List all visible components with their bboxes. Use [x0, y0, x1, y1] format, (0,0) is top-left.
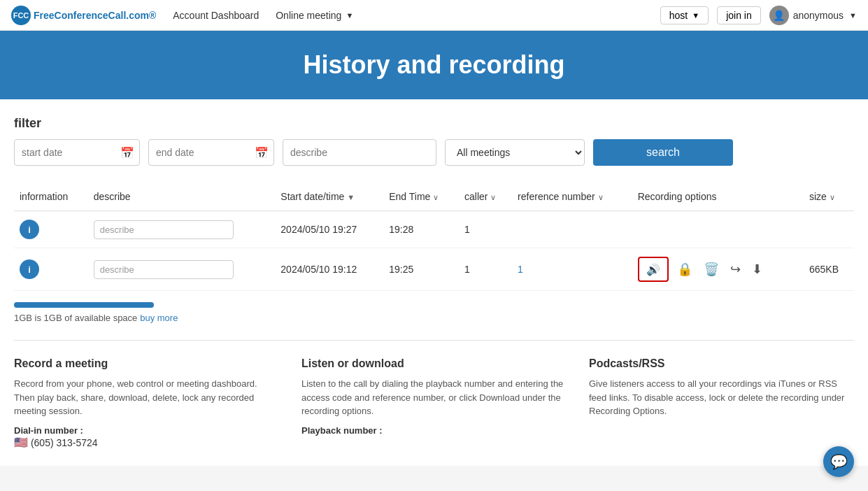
main-content: filter 📅 📅 All meetings With recording W… [0, 99, 868, 466]
search-button[interactable]: search [593, 139, 733, 166]
describe-field[interactable] [94, 220, 234, 239]
recording-actions: 🔊 🔒 🗑️ ↪ ⬇ [638, 257, 798, 282]
filter-row: 📅 📅 All meetings With recording Without … [14, 139, 854, 166]
delete-icon[interactable]: 🗑️ [701, 259, 722, 280]
footer-sections: Record a meeting Record from your phone,… [14, 340, 854, 449]
col-caller[interactable]: caller ∨ [459, 183, 512, 211]
table-row: i2024/05/10 19:2719:281 [14, 211, 854, 248]
page-header: History and recording [0, 31, 868, 99]
podcasts-rss-title: Podcasts/RSS [589, 357, 854, 370]
dial-in-phone: (605) 313-5724 [31, 437, 98, 448]
dial-in-number: 🇺🇸 (605) 313-5724 [14, 436, 279, 449]
section-record-meeting: Record a meeting Record from your phone,… [14, 357, 279, 449]
navbar-right: host ▼ join in 👤 anonymous ▼ [660, 6, 857, 25]
end-date-calendar-icon[interactable]: 📅 [255, 146, 269, 159]
sort-icon-ref: ∨ [598, 193, 604, 201]
storage-text: 1GB is 1GB of available space [14, 313, 137, 323]
download-icon[interactable]: ⬇ [749, 259, 765, 280]
col-size[interactable]: size ∨ [804, 183, 854, 211]
filter-section: filter 📅 📅 All meetings With recording W… [14, 116, 854, 166]
table-body: i2024/05/10 19:2719:281i2024/05/10 19:12… [14, 211, 854, 291]
online-meeting-chevron-icon: ▼ [346, 11, 353, 20]
cell-end-time: 19:25 [383, 248, 459, 291]
logo-icon: FCC [11, 6, 31, 25]
playback-label: Playback number : [301, 425, 567, 436]
info-button[interactable]: i [20, 220, 39, 239]
col-end-time[interactable]: End Time ∨ [383, 183, 459, 211]
chat-icon: 💬 [830, 453, 848, 466]
table-header: information describe Start date/time ▼ E… [14, 183, 854, 211]
sort-icon-caller: ∨ [490, 193, 496, 201]
info-button[interactable]: i [20, 259, 39, 279]
nav-links: Account Dashboard Online meeting ▼ [173, 10, 660, 21]
podcasts-rss-desc: Give listeners access to all your record… [589, 377, 854, 418]
cell-caller: 1 [459, 211, 512, 248]
join-button[interactable]: join in [717, 6, 761, 24]
section-listen-download: Listen or download Listen to the call by… [301, 357, 567, 449]
describe-input[interactable] [283, 139, 436, 166]
buy-more-link[interactable]: buy more [140, 313, 178, 323]
reference-link[interactable]: 1 [518, 264, 523, 275]
describe-field[interactable] [94, 260, 234, 279]
cell-caller: 1 [459, 248, 512, 291]
storage-section: 1GB is 1GB of available space buy more [14, 302, 854, 323]
lock-icon[interactable]: 🔒 [674, 259, 695, 280]
flag-icon: 🇺🇸 [14, 436, 28, 448]
share-icon[interactable]: ↪ [727, 259, 744, 280]
username: anonymous [793, 10, 844, 21]
cell-start-datetime: 2024/05/10 19:12 [275, 248, 383, 291]
logo-text: FreeConferenceCall.com® [34, 10, 156, 21]
logo[interactable]: FCC FreeConferenceCall.com® [11, 6, 156, 25]
host-chevron-icon: ▼ [692, 11, 699, 20]
cell-size [804, 211, 854, 248]
listen-download-desc: Listen to the call by dialing the playba… [301, 377, 567, 418]
record-meeting-title: Record a meeting [14, 357, 279, 370]
avatar: 👤 [769, 6, 789, 25]
end-date-wrap: 📅 [148, 139, 274, 166]
col-reference-number[interactable]: reference number ∨ [512, 183, 632, 211]
record-meeting-desc: Record from your phone, web control or m… [14, 377, 279, 418]
storage-bar-fill [14, 302, 154, 308]
sort-icon-start: ▼ [347, 193, 355, 201]
cell-start-datetime: 2024/05/10 19:27 [275, 211, 383, 248]
cell-reference-number [512, 211, 632, 248]
table-row: i2024/05/10 19:1219:2511 🔊 🔒 🗑️ ↪ ⬇ 665K… [14, 248, 854, 291]
page-title: History and recording [0, 50, 868, 80]
listen-download-title: Listen or download [301, 357, 567, 370]
cell-reference-number[interactable]: 1 [512, 248, 632, 291]
cell-size: 665KB [804, 248, 854, 291]
cell-recording-options [632, 211, 804, 248]
col-information: information [14, 183, 88, 211]
nav-online-meeting[interactable]: Online meeting ▼ [276, 10, 353, 21]
start-date-calendar-icon[interactable]: 📅 [120, 146, 134, 159]
cell-recording-options: 🔊 🔒 🗑️ ↪ ⬇ [632, 248, 804, 291]
sort-icon-end: ∨ [433, 193, 439, 201]
play-button[interactable]: 🔊 [638, 257, 669, 282]
sort-icon-size: ∨ [830, 193, 835, 201]
navbar: FCC FreeConferenceCall.com® Account Dash… [0, 0, 868, 31]
section-podcasts-rss: Podcasts/RSS Give listeners access to al… [589, 357, 854, 449]
cell-end-time: 19:28 [383, 211, 459, 248]
nav-account-dashboard[interactable]: Account Dashboard [173, 10, 259, 21]
filter-title: filter [14, 116, 854, 131]
col-recording-options: Recording options [632, 183, 804, 211]
user-menu[interactable]: 👤 anonymous ▼ [769, 6, 857, 25]
host-button[interactable]: host ▼ [660, 6, 709, 24]
col-describe: describe [88, 183, 276, 211]
start-date-wrap: 📅 [14, 139, 140, 166]
col-start-datetime[interactable]: Start date/time ▼ [275, 183, 383, 211]
meeting-type-select[interactable]: All meetings With recording Without reco… [445, 139, 585, 166]
describe-wrap [283, 139, 436, 166]
history-table: information describe Start date/time ▼ E… [14, 183, 854, 291]
dial-in-label: Dial-in number : [14, 425, 279, 436]
user-chevron-icon: ▼ [849, 11, 857, 20]
storage-bar-background [14, 302, 154, 308]
